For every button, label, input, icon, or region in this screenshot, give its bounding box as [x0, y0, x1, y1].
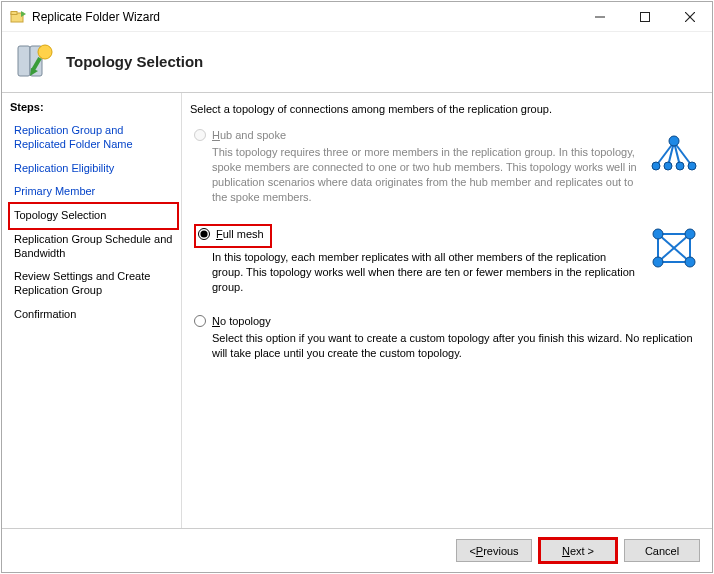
svg-point-27: [685, 229, 695, 239]
steps-sidebar: Steps: Replication Group and Replicated …: [2, 93, 182, 528]
radio-hub-and-spoke: [194, 129, 206, 141]
hub-spoke-icon: [648, 129, 700, 177]
page-title: Topology Selection: [66, 53, 203, 70]
wizard-body: Steps: Replication Group and Replicated …: [2, 93, 712, 528]
topology-options: Hub and spoke This topology requires thr…: [190, 129, 700, 377]
svg-line-6: [685, 12, 695, 22]
option-hub-text: Hub and spoke This topology requires thr…: [194, 129, 638, 204]
svg-point-9: [38, 45, 52, 59]
radio-none-label: No topology: [212, 315, 271, 327]
hub-description: This topology requires three or more mem…: [194, 145, 638, 204]
option-no-topology: No topology Select this option if you wa…: [194, 315, 700, 361]
svg-point-28: [653, 257, 663, 267]
step-replication-eligibility[interactable]: Replication Eligibility: [10, 157, 177, 181]
step-replication-group-name[interactable]: Replication Group and Replicated Folder …: [10, 119, 177, 157]
step-topology-selection[interactable]: Topology Selection: [10, 204, 177, 228]
svg-rect-7: [18, 46, 30, 76]
step-review-create[interactable]: Review Settings and Create Replication G…: [10, 265, 177, 303]
wizard-header: Topology Selection: [2, 32, 712, 93]
steps-heading: Steps:: [10, 101, 177, 113]
svg-point-29: [685, 257, 695, 267]
svg-point-19: [688, 162, 696, 170]
minimize-button[interactable]: [577, 2, 622, 31]
wizard-folder-icon: [10, 9, 26, 25]
titlebar: Replicate Folder Wizard: [2, 2, 712, 32]
step-schedule-bandwidth[interactable]: Replication Group Schedule and Bandwidth: [10, 228, 177, 266]
radio-hub-label: Hub and spoke: [212, 129, 286, 141]
svg-rect-4: [640, 12, 649, 21]
radio-none-row[interactable]: No topology: [194, 315, 700, 327]
step-confirmation[interactable]: Confirmation: [10, 303, 177, 327]
radio-no-topology[interactable]: [194, 315, 206, 327]
instruction-text: Select a topology of connections among m…: [190, 103, 700, 115]
step-primary-member[interactable]: Primary Member: [10, 180, 177, 204]
close-button[interactable]: [667, 2, 712, 31]
full-mesh-icon: [648, 224, 700, 272]
full-mesh-highlight: Full mesh: [194, 224, 272, 248]
option-full-mesh: Full mesh In this topology, each member …: [194, 224, 700, 295]
option-hub-and-spoke: Hub and spoke This topology requires thr…: [194, 129, 700, 204]
radio-full-mesh[interactable]: [198, 228, 210, 240]
full-mesh-description: In this topology, each member replicates…: [194, 250, 638, 295]
main-panel: Select a topology of connections among m…: [182, 93, 712, 528]
window-title: Replicate Folder Wizard: [32, 10, 577, 24]
next-button[interactable]: Next >: [540, 539, 616, 562]
radio-full-label: Full mesh: [216, 228, 264, 240]
svg-point-17: [664, 162, 672, 170]
radio-hub-row: Hub and spoke: [194, 129, 638, 141]
cancel-button[interactable]: Cancel: [624, 539, 700, 562]
radio-full-row[interactable]: Full mesh: [198, 228, 264, 240]
svg-point-18: [676, 162, 684, 170]
wizard-footer: < Previous Next > Cancel: [2, 528, 712, 572]
wizard-window: Replicate Folder Wizard Topology Selecti…: [1, 1, 713, 573]
option-full-text: Full mesh In this topology, each member …: [194, 224, 638, 295]
previous-button[interactable]: < Previous: [456, 539, 532, 562]
maximize-button[interactable]: [622, 2, 667, 31]
svg-point-26: [653, 229, 663, 239]
svg-rect-1: [11, 11, 17, 14]
svg-point-15: [669, 136, 679, 146]
svg-point-16: [652, 162, 660, 170]
no-topology-description: Select this option if you want to create…: [194, 331, 700, 361]
topology-header-icon: [14, 40, 56, 82]
window-controls: [577, 2, 712, 31]
svg-line-5: [685, 12, 695, 22]
option-none-text: No topology Select this option if you wa…: [194, 315, 700, 361]
